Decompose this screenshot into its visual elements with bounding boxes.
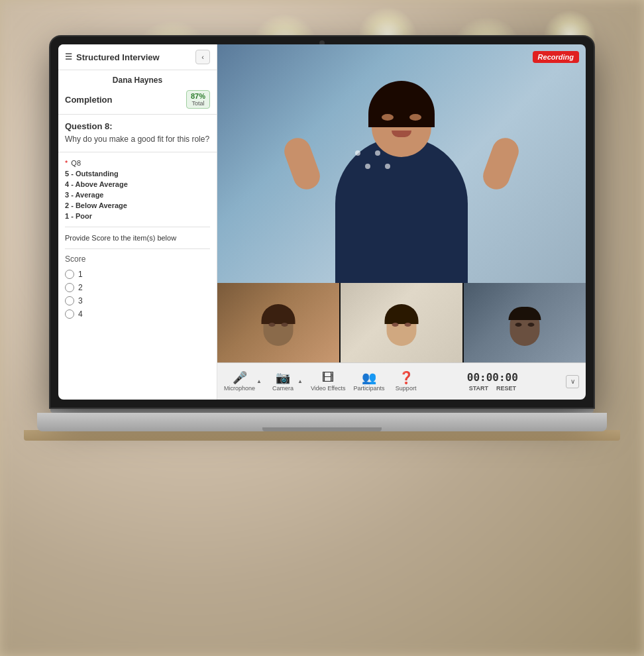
- dot2: [375, 150, 380, 156]
- thumb-head-1: [264, 309, 294, 346]
- thumb-hair-1: [262, 304, 295, 324]
- support-button[interactable]: ❓ Support: [393, 372, 419, 392]
- thumb-person-2: [384, 309, 420, 359]
- divider: [65, 227, 210, 227]
- completion-badge: 87% Total: [186, 90, 210, 109]
- dot1: [355, 150, 360, 156]
- q-label: * Q8: [65, 158, 210, 168]
- list-icon: ☰: [65, 52, 72, 62]
- score-4: 4 - Above Average: [65, 179, 210, 190]
- t3-eye-r: [528, 323, 535, 327]
- timer-display: 00:00:00: [467, 371, 518, 384]
- participants-button[interactable]: 👥 Participants: [354, 372, 385, 392]
- t3-eye-l: [515, 323, 522, 327]
- main-person-hair: [368, 81, 435, 127]
- cam-caret-icon[interactable]: ▲: [297, 378, 303, 384]
- radio-label-3: 3: [78, 296, 83, 305]
- thumb-hair-3: [509, 307, 541, 320]
- microphone-button[interactable]: 🎤 Microphone: [224, 372, 255, 392]
- t1-eye-r: [282, 323, 288, 327]
- panel-header-left: ☰ Structured Interview: [65, 52, 160, 62]
- thumbnail-1: [217, 283, 339, 362]
- radio-option-2[interactable]: 2: [65, 281, 210, 294]
- radio-option-3[interactable]: 3: [65, 294, 210, 307]
- score-5: 5 - Outstanding: [65, 168, 210, 179]
- radio-circle-1[interactable]: [65, 270, 74, 279]
- microphone-icon: 🎤: [233, 372, 247, 384]
- candidate-name: Dana Haynes: [58, 70, 217, 87]
- thumb-head-2: [387, 309, 417, 346]
- radio-label-4: 4: [78, 309, 83, 319]
- video-effects-label: Video Effects: [311, 385, 346, 392]
- main-person-head: [372, 91, 431, 157]
- main-video-placeholder: [217, 44, 586, 283]
- microphone-control[interactable]: 🎤 Microphone ▲: [224, 372, 262, 392]
- panel-header: ☰ Structured Interview ‹: [58, 44, 217, 70]
- thumbnail-2: [341, 283, 462, 362]
- divider-2: [65, 248, 210, 249]
- mouth: [392, 131, 411, 137]
- question-title: Question 8:: [65, 121, 210, 131]
- start-button[interactable]: START: [469, 385, 488, 392]
- expand-button[interactable]: ∨: [566, 375, 579, 388]
- participants-label: Participants: [354, 385, 385, 392]
- right-arm: [480, 135, 523, 193]
- score-3: 3 - Average: [65, 190, 210, 200]
- main-person-body: [335, 137, 468, 283]
- radio-label-1: 1: [78, 270, 83, 279]
- dot4: [365, 164, 370, 169]
- radio-option-1[interactable]: 1: [65, 268, 210, 281]
- laptop-wrapper: ☰ Structured Interview ‹ Dana Haynes Com…: [37, 36, 607, 620]
- back-button[interactable]: ‹: [195, 50, 210, 64]
- laptop-hinge: [50, 408, 594, 413]
- score-2: 2 - Below Average: [65, 200, 210, 211]
- thumbnails-strip: [217, 283, 586, 362]
- t1-eye-l: [269, 323, 276, 327]
- support-icon: ❓: [399, 372, 413, 384]
- question-text: Why do you make a good fit for this role…: [65, 134, 210, 145]
- radio-circle-2[interactable]: [65, 283, 74, 292]
- support-label: Support: [396, 385, 417, 392]
- dot5: [385, 164, 390, 169]
- thumb-hair-2: [385, 304, 419, 324]
- microphone-label: Microphone: [224, 385, 255, 392]
- provide-score-label: Provide Score to the item(s) below: [65, 233, 210, 243]
- screen-bezel: ☰ Structured Interview ‹ Dana Haynes Com…: [50, 36, 594, 408]
- camera-label: Camera: [272, 385, 294, 392]
- mic-caret-icon[interactable]: ▲: [256, 378, 262, 384]
- radio-circle-4[interactable]: [65, 309, 74, 319]
- q-id: Q8: [71, 159, 81, 167]
- eye-right: [409, 114, 421, 121]
- panel-title: Structured Interview: [76, 52, 160, 62]
- scoring-section: * Q8 5 - Outstanding 4 - Above Average 3…: [58, 152, 217, 326]
- thumb-person-1: [260, 309, 297, 359]
- video-panel: Recording: [217, 44, 586, 400]
- score-1: 1 - Poor: [65, 211, 210, 221]
- completion-sublabel: Total: [191, 100, 205, 107]
- thumb-head-3: [510, 309, 540, 346]
- timer-buttons: START RESET: [469, 385, 516, 392]
- reset-button[interactable]: RESET: [496, 385, 516, 392]
- completion-value: 87%: [191, 92, 205, 100]
- radio-option-4[interactable]: 4: [65, 307, 210, 321]
- camera-icon: 📷: [276, 372, 290, 384]
- camera-button[interactable]: 📷 Camera: [270, 372, 296, 392]
- controls-left: 🎤 Microphone ▲ 📷 Camera ▲: [224, 372, 419, 392]
- timer-section: 00:00:00 START RESET: [467, 371, 518, 392]
- screen-content: ☰ Structured Interview ‹ Dana Haynes Com…: [58, 44, 586, 400]
- asterisk-icon: *: [65, 159, 68, 167]
- question-section: Question 8: Why do you make a good fit f…: [58, 115, 217, 152]
- video-controls-bar: 🎤 Microphone ▲ 📷 Camera ▲: [217, 362, 586, 400]
- radio-label-2: 2: [78, 283, 83, 292]
- eye-left: [382, 114, 394, 121]
- left-arm: [281, 135, 324, 193]
- radio-circle-3[interactable]: [65, 296, 74, 305]
- score-label: Score: [65, 254, 210, 264]
- thumbnail-3: [464, 283, 586, 362]
- camera-control[interactable]: 📷 Camera ▲: [270, 372, 303, 392]
- completion-row: Completion 87% Total: [58, 87, 217, 115]
- main-person-figure: [309, 58, 494, 283]
- video-effects-button[interactable]: 🎞 Video Effects: [311, 372, 346, 392]
- interview-panel: ☰ Structured Interview ‹ Dana Haynes Com…: [58, 44, 217, 400]
- laptop-base: [37, 413, 607, 431]
